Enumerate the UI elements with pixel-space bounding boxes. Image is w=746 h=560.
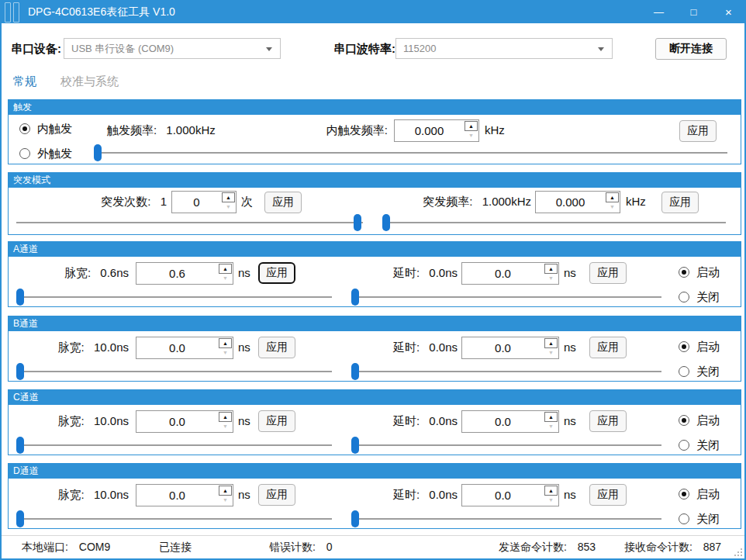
increment-arrow-icon[interactable]: ▲ bbox=[544, 412, 558, 422]
decrement-arrow-icon[interactable]: ▼ bbox=[219, 496, 232, 506]
burst-count-slider[interactable] bbox=[16, 214, 363, 231]
burst-frequency-field[interactable]: 0.000 bbox=[536, 192, 605, 213]
channel-on-radio[interactable]: 启动 bbox=[679, 486, 720, 502]
channel-on-radio[interactable]: 启动 bbox=[679, 264, 720, 280]
pulse-width-input[interactable]: 0.0 ▲▼ bbox=[136, 410, 233, 433]
pulse-width-field[interactable]: 0.0 bbox=[136, 411, 218, 432]
pulse-width-field[interactable]: 0.0 bbox=[136, 485, 218, 506]
burst-count-input[interactable]: 0 ▲▼ bbox=[171, 191, 237, 213]
slider-handle[interactable] bbox=[16, 363, 24, 380]
burst-frequency-input[interactable]: 0.000 ▲▼ bbox=[535, 191, 620, 213]
slider-handle[interactable] bbox=[351, 289, 359, 306]
baud-rate-select[interactable]: 115200 bbox=[395, 38, 613, 59]
increment-arrow-icon[interactable]: ▲ bbox=[606, 192, 619, 202]
external-trigger-radio[interactable]: 外触发 bbox=[19, 146, 72, 161]
pulse-width-slider[interactable] bbox=[16, 363, 332, 380]
burst-frequency-apply-button[interactable]: 应用 bbox=[661, 192, 699, 213]
pulse-width-apply-button[interactable]: 应用 bbox=[258, 484, 295, 506]
increment-arrow-icon[interactable]: ▲ bbox=[219, 486, 232, 496]
decrement-arrow-icon[interactable]: ▼ bbox=[544, 422, 558, 432]
decrement-arrow-icon[interactable]: ▼ bbox=[219, 422, 232, 432]
delay-slider[interactable] bbox=[351, 289, 661, 306]
delay-input[interactable]: 0.0 ▲▼ bbox=[461, 262, 559, 285]
delay-field[interactable]: 0.0 bbox=[462, 263, 544, 284]
maximize-button[interactable]: □ bbox=[676, 0, 711, 23]
slider-handle[interactable] bbox=[16, 510, 24, 527]
radio-selected-icon bbox=[679, 267, 689, 278]
tab-general[interactable]: 常规 bbox=[13, 74, 36, 89]
trigger-frequency-slider[interactable] bbox=[94, 144, 727, 161]
pulse-width-input[interactable]: 0.6 ▲▼ bbox=[136, 262, 233, 285]
decrement-arrow-icon[interactable]: ▼ bbox=[544, 496, 558, 506]
delay-apply-button[interactable]: 应用 bbox=[589, 337, 627, 358]
slider-handle[interactable] bbox=[354, 214, 361, 231]
channel-off-radio[interactable]: 关闭 bbox=[679, 437, 720, 453]
decrement-arrow-icon[interactable]: ▼ bbox=[544, 348, 558, 358]
delay-slider[interactable] bbox=[351, 363, 661, 380]
delay-slider[interactable] bbox=[351, 510, 661, 527]
internal-trigger-frequency-input[interactable]: 0.000 ▲▼ bbox=[394, 119, 479, 142]
tab-calibration-system[interactable]: 校准与系统 bbox=[60, 74, 119, 89]
burst-count-field[interactable]: 0 bbox=[172, 192, 221, 213]
delay-apply-button[interactable]: 应用 bbox=[589, 484, 627, 506]
delay-input[interactable]: 0.0 ▲▼ bbox=[461, 337, 559, 359]
decrement-arrow-icon[interactable]: ▼ bbox=[465, 131, 478, 141]
pulse-width-slider[interactable] bbox=[16, 437, 332, 454]
decrement-arrow-icon[interactable]: ▼ bbox=[219, 348, 232, 358]
burst-count-apply-button[interactable]: 应用 bbox=[264, 192, 302, 213]
channel-off-radio[interactable]: 关闭 bbox=[679, 511, 720, 527]
delay-field[interactable]: 0.0 bbox=[462, 337, 544, 358]
delay-input[interactable]: 0.0 ▲▼ bbox=[461, 410, 559, 433]
delay-apply-button[interactable]: 应用 bbox=[589, 410, 627, 432]
pulse-width-apply-button[interactable]: 应用 bbox=[258, 337, 295, 358]
pulse-width-input[interactable]: 0.0 ▲▼ bbox=[136, 337, 233, 359]
pulse-width-apply-button[interactable]: 应用 bbox=[258, 410, 295, 432]
trigger-apply-button[interactable]: 应用 bbox=[679, 120, 717, 142]
increment-arrow-icon[interactable]: ▲ bbox=[465, 121, 478, 131]
channel-off-radio[interactable]: 关闭 bbox=[679, 364, 720, 379]
pulse-width-slider[interactable] bbox=[16, 289, 332, 306]
pulse-width-input[interactable]: 0.0 ▲▼ bbox=[136, 484, 233, 506]
burst-frequency-slider[interactable] bbox=[382, 214, 726, 231]
close-button[interactable]: × bbox=[711, 0, 746, 23]
disconnect-button[interactable]: 断开连接 bbox=[655, 38, 727, 60]
increment-arrow-icon[interactable]: ▲ bbox=[544, 338, 558, 348]
slider-handle[interactable] bbox=[351, 510, 359, 527]
pulse-width-slider[interactable] bbox=[16, 510, 332, 527]
decrement-arrow-icon[interactable]: ▼ bbox=[606, 202, 619, 213]
decrement-arrow-icon[interactable]: ▼ bbox=[544, 274, 558, 284]
slider-handle[interactable] bbox=[94, 144, 102, 161]
serial-device-select[interactable]: USB 串行设备 (COM9) bbox=[64, 38, 281, 59]
slider-handle[interactable] bbox=[16, 437, 24, 454]
internal-trigger-radio[interactable]: 内触发 bbox=[19, 121, 72, 137]
delay-field[interactable]: 0.0 bbox=[462, 485, 544, 506]
resize-grip[interactable] bbox=[733, 547, 742, 556]
delay-readout: 延时: 0.0ns bbox=[337, 413, 458, 430]
pulse-width-apply-button[interactable]: 应用 bbox=[258, 262, 295, 284]
slider-handle[interactable] bbox=[16, 289, 24, 306]
delay-apply-button[interactable]: 应用 bbox=[589, 262, 627, 284]
decrement-arrow-icon[interactable]: ▼ bbox=[219, 274, 232, 284]
delay-slider[interactable] bbox=[351, 437, 661, 454]
increment-arrow-icon[interactable]: ▲ bbox=[219, 412, 232, 422]
increment-arrow-icon[interactable]: ▲ bbox=[222, 192, 235, 202]
pulse-width-field[interactable]: 0.0 bbox=[136, 337, 218, 358]
internal-trigger-frequency-field[interactable]: 0.000 bbox=[395, 120, 464, 141]
slider-handle[interactable] bbox=[351, 363, 359, 380]
slider-handle[interactable] bbox=[382, 214, 390, 231]
increment-arrow-icon[interactable]: ▲ bbox=[544, 264, 558, 274]
increment-arrow-icon[interactable]: ▲ bbox=[544, 486, 558, 496]
pulse-width-field[interactable]: 0.6 bbox=[136, 263, 218, 284]
decrement-arrow-icon[interactable]: ▼ bbox=[222, 202, 235, 213]
channel-on-radio[interactable]: 启动 bbox=[679, 339, 720, 354]
delay-field[interactable]: 0.0 bbox=[462, 411, 544, 432]
channel-on-radio[interactable]: 启动 bbox=[679, 413, 720, 428]
radio-unselected-icon bbox=[679, 513, 689, 524]
spin-buttons: ▲▼ bbox=[218, 411, 233, 432]
channel-off-radio[interactable]: 关闭 bbox=[679, 289, 720, 305]
delay-input[interactable]: 0.0 ▲▼ bbox=[461, 484, 559, 506]
increment-arrow-icon[interactable]: ▲ bbox=[219, 338, 232, 348]
increment-arrow-icon[interactable]: ▲ bbox=[219, 264, 232, 274]
slider-handle[interactable] bbox=[351, 437, 359, 454]
minimize-button[interactable]: — bbox=[641, 0, 676, 23]
